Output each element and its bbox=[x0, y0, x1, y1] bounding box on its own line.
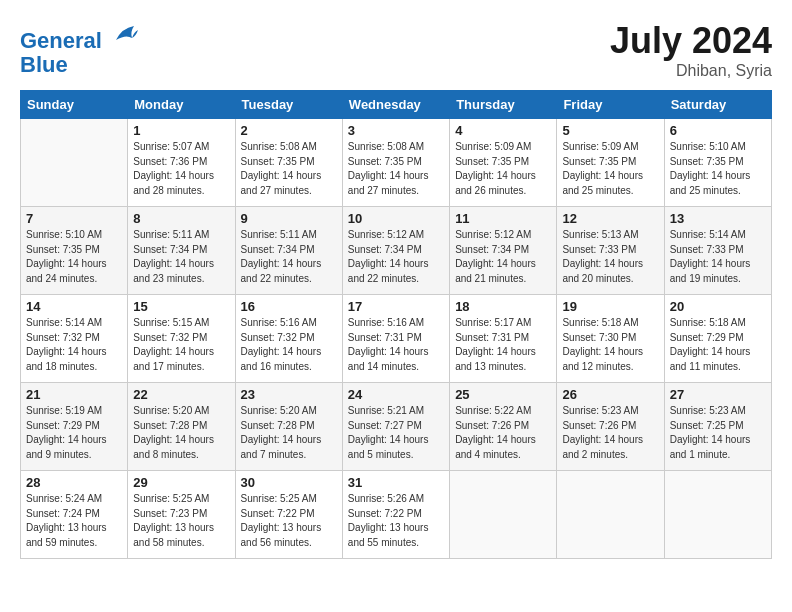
calendar-cell: 7Sunrise: 5:10 AM Sunset: 7:35 PM Daylig… bbox=[21, 207, 128, 295]
logo-blue: Blue bbox=[20, 52, 68, 77]
calendar-cell: 10Sunrise: 5:12 AM Sunset: 7:34 PM Dayli… bbox=[342, 207, 449, 295]
day-number: 29 bbox=[133, 475, 229, 490]
day-number: 6 bbox=[670, 123, 766, 138]
cell-info: Sunrise: 5:15 AM Sunset: 7:32 PM Dayligh… bbox=[133, 316, 229, 374]
cell-info: Sunrise: 5:24 AM Sunset: 7:24 PM Dayligh… bbox=[26, 492, 122, 550]
calendar-cell: 14Sunrise: 5:14 AM Sunset: 7:32 PM Dayli… bbox=[21, 295, 128, 383]
day-number: 7 bbox=[26, 211, 122, 226]
calendar-cell: 8Sunrise: 5:11 AM Sunset: 7:34 PM Daylig… bbox=[128, 207, 235, 295]
day-number: 1 bbox=[133, 123, 229, 138]
day-number: 21 bbox=[26, 387, 122, 402]
day-number: 4 bbox=[455, 123, 551, 138]
cell-info: Sunrise: 5:11 AM Sunset: 7:34 PM Dayligh… bbox=[241, 228, 337, 286]
week-row-5: 28Sunrise: 5:24 AM Sunset: 7:24 PM Dayli… bbox=[21, 471, 772, 559]
calendar-cell: 28Sunrise: 5:24 AM Sunset: 7:24 PM Dayli… bbox=[21, 471, 128, 559]
day-number: 31 bbox=[348, 475, 444, 490]
weekday-header-wednesday: Wednesday bbox=[342, 91, 449, 119]
calendar-cell bbox=[450, 471, 557, 559]
logo-bird-icon bbox=[112, 20, 140, 48]
calendar-cell: 21Sunrise: 5:19 AM Sunset: 7:29 PM Dayli… bbox=[21, 383, 128, 471]
cell-info: Sunrise: 5:19 AM Sunset: 7:29 PM Dayligh… bbox=[26, 404, 122, 462]
day-number: 5 bbox=[562, 123, 658, 138]
calendar-cell: 2Sunrise: 5:08 AM Sunset: 7:35 PM Daylig… bbox=[235, 119, 342, 207]
cell-info: Sunrise: 5:09 AM Sunset: 7:35 PM Dayligh… bbox=[455, 140, 551, 198]
day-number: 10 bbox=[348, 211, 444, 226]
day-number: 19 bbox=[562, 299, 658, 314]
cell-info: Sunrise: 5:12 AM Sunset: 7:34 PM Dayligh… bbox=[455, 228, 551, 286]
day-number: 18 bbox=[455, 299, 551, 314]
calendar-cell: 6Sunrise: 5:10 AM Sunset: 7:35 PM Daylig… bbox=[664, 119, 771, 207]
weekday-header-monday: Monday bbox=[128, 91, 235, 119]
cell-info: Sunrise: 5:10 AM Sunset: 7:35 PM Dayligh… bbox=[670, 140, 766, 198]
cell-info: Sunrise: 5:25 AM Sunset: 7:22 PM Dayligh… bbox=[241, 492, 337, 550]
cell-info: Sunrise: 5:20 AM Sunset: 7:28 PM Dayligh… bbox=[241, 404, 337, 462]
calendar-cell: 12Sunrise: 5:13 AM Sunset: 7:33 PM Dayli… bbox=[557, 207, 664, 295]
calendar-cell: 15Sunrise: 5:15 AM Sunset: 7:32 PM Dayli… bbox=[128, 295, 235, 383]
logo-general: General bbox=[20, 28, 102, 53]
cell-info: Sunrise: 5:08 AM Sunset: 7:35 PM Dayligh… bbox=[241, 140, 337, 198]
weekday-header-saturday: Saturday bbox=[664, 91, 771, 119]
week-row-1: 1Sunrise: 5:07 AM Sunset: 7:36 PM Daylig… bbox=[21, 119, 772, 207]
cell-info: Sunrise: 5:23 AM Sunset: 7:25 PM Dayligh… bbox=[670, 404, 766, 462]
weekday-header-tuesday: Tuesday bbox=[235, 91, 342, 119]
calendar-cell: 13Sunrise: 5:14 AM Sunset: 7:33 PM Dayli… bbox=[664, 207, 771, 295]
calendar-cell: 18Sunrise: 5:17 AM Sunset: 7:31 PM Dayli… bbox=[450, 295, 557, 383]
cell-info: Sunrise: 5:11 AM Sunset: 7:34 PM Dayligh… bbox=[133, 228, 229, 286]
calendar-cell: 5Sunrise: 5:09 AM Sunset: 7:35 PM Daylig… bbox=[557, 119, 664, 207]
calendar-cell bbox=[664, 471, 771, 559]
cell-info: Sunrise: 5:17 AM Sunset: 7:31 PM Dayligh… bbox=[455, 316, 551, 374]
calendar-cell: 24Sunrise: 5:21 AM Sunset: 7:27 PM Dayli… bbox=[342, 383, 449, 471]
day-number: 24 bbox=[348, 387, 444, 402]
cell-info: Sunrise: 5:25 AM Sunset: 7:23 PM Dayligh… bbox=[133, 492, 229, 550]
day-number: 23 bbox=[241, 387, 337, 402]
calendar-cell: 25Sunrise: 5:22 AM Sunset: 7:26 PM Dayli… bbox=[450, 383, 557, 471]
cell-info: Sunrise: 5:21 AM Sunset: 7:27 PM Dayligh… bbox=[348, 404, 444, 462]
cell-info: Sunrise: 5:09 AM Sunset: 7:35 PM Dayligh… bbox=[562, 140, 658, 198]
weekday-header-thursday: Thursday bbox=[450, 91, 557, 119]
day-number: 25 bbox=[455, 387, 551, 402]
calendar-cell: 1Sunrise: 5:07 AM Sunset: 7:36 PM Daylig… bbox=[128, 119, 235, 207]
day-number: 11 bbox=[455, 211, 551, 226]
cell-info: Sunrise: 5:14 AM Sunset: 7:33 PM Dayligh… bbox=[670, 228, 766, 286]
calendar-cell bbox=[557, 471, 664, 559]
day-number: 22 bbox=[133, 387, 229, 402]
cell-info: Sunrise: 5:10 AM Sunset: 7:35 PM Dayligh… bbox=[26, 228, 122, 286]
cell-info: Sunrise: 5:16 AM Sunset: 7:32 PM Dayligh… bbox=[241, 316, 337, 374]
day-number: 30 bbox=[241, 475, 337, 490]
calendar-cell: 3Sunrise: 5:08 AM Sunset: 7:35 PM Daylig… bbox=[342, 119, 449, 207]
calendar-cell: 11Sunrise: 5:12 AM Sunset: 7:34 PM Dayli… bbox=[450, 207, 557, 295]
calendar-table: SundayMondayTuesdayWednesdayThursdayFrid… bbox=[20, 90, 772, 559]
weekday-header-sunday: Sunday bbox=[21, 91, 128, 119]
calendar-cell: 16Sunrise: 5:16 AM Sunset: 7:32 PM Dayli… bbox=[235, 295, 342, 383]
day-number: 20 bbox=[670, 299, 766, 314]
day-number: 14 bbox=[26, 299, 122, 314]
logo: General Blue bbox=[20, 20, 140, 77]
cell-info: Sunrise: 5:18 AM Sunset: 7:30 PM Dayligh… bbox=[562, 316, 658, 374]
day-number: 15 bbox=[133, 299, 229, 314]
week-row-2: 7Sunrise: 5:10 AM Sunset: 7:35 PM Daylig… bbox=[21, 207, 772, 295]
cell-info: Sunrise: 5:07 AM Sunset: 7:36 PM Dayligh… bbox=[133, 140, 229, 198]
calendar-cell: 23Sunrise: 5:20 AM Sunset: 7:28 PM Dayli… bbox=[235, 383, 342, 471]
day-number: 9 bbox=[241, 211, 337, 226]
day-number: 27 bbox=[670, 387, 766, 402]
cell-info: Sunrise: 5:08 AM Sunset: 7:35 PM Dayligh… bbox=[348, 140, 444, 198]
cell-info: Sunrise: 5:12 AM Sunset: 7:34 PM Dayligh… bbox=[348, 228, 444, 286]
cell-info: Sunrise: 5:18 AM Sunset: 7:29 PM Dayligh… bbox=[670, 316, 766, 374]
day-number: 16 bbox=[241, 299, 337, 314]
calendar-cell: 30Sunrise: 5:25 AM Sunset: 7:22 PM Dayli… bbox=[235, 471, 342, 559]
day-number: 26 bbox=[562, 387, 658, 402]
cell-info: Sunrise: 5:14 AM Sunset: 7:32 PM Dayligh… bbox=[26, 316, 122, 374]
day-number: 17 bbox=[348, 299, 444, 314]
month-year-title: July 2024 bbox=[610, 20, 772, 62]
calendar-cell: 22Sunrise: 5:20 AM Sunset: 7:28 PM Dayli… bbox=[128, 383, 235, 471]
calendar-cell: 9Sunrise: 5:11 AM Sunset: 7:34 PM Daylig… bbox=[235, 207, 342, 295]
calendar-cell: 29Sunrise: 5:25 AM Sunset: 7:23 PM Dayli… bbox=[128, 471, 235, 559]
calendar-cell: 27Sunrise: 5:23 AM Sunset: 7:25 PM Dayli… bbox=[664, 383, 771, 471]
cell-info: Sunrise: 5:26 AM Sunset: 7:22 PM Dayligh… bbox=[348, 492, 444, 550]
day-number: 12 bbox=[562, 211, 658, 226]
cell-info: Sunrise: 5:22 AM Sunset: 7:26 PM Dayligh… bbox=[455, 404, 551, 462]
calendar-cell bbox=[21, 119, 128, 207]
cell-info: Sunrise: 5:20 AM Sunset: 7:28 PM Dayligh… bbox=[133, 404, 229, 462]
cell-info: Sunrise: 5:23 AM Sunset: 7:26 PM Dayligh… bbox=[562, 404, 658, 462]
calendar-cell: 17Sunrise: 5:16 AM Sunset: 7:31 PM Dayli… bbox=[342, 295, 449, 383]
